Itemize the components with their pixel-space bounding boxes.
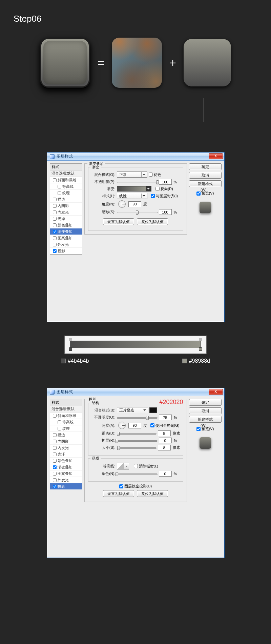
style-checkbox[interactable] [53, 440, 57, 443]
reset-default-button[interactable]: 复位为默认值 [137, 218, 168, 225]
spread-input[interactable] [159, 438, 172, 443]
set-default-button[interactable]: 设置为默认值 [103, 490, 134, 497]
angle-dial[interactable] [118, 422, 126, 429]
contour-swatch[interactable] [117, 463, 124, 469]
preview-checkbox[interactable]: 预览(V) [189, 426, 222, 431]
style-item[interactable]: 投影 [50, 248, 82, 254]
style-item[interactable]: 纹理 [50, 425, 82, 432]
style-checkbox[interactable] [53, 459, 57, 463]
blend-options-row[interactable]: 混合选项:默认 [50, 406, 82, 412]
style-item[interactable]: 描边 [50, 432, 82, 438]
shadow-color-swatch[interactable] [149, 407, 157, 413]
styles-header[interactable]: 样式 [50, 164, 82, 170]
style-checkbox[interactable] [53, 223, 57, 227]
style-checkbox[interactable] [58, 185, 61, 188]
style-item[interactable]: 图案叠加 [50, 235, 82, 241]
new-style-button[interactable]: 新建样式(W)... [189, 180, 222, 187]
style-checkbox[interactable] [53, 210, 57, 214]
style-checkbox[interactable] [53, 465, 57, 469]
dither-checkbox[interactable]: 仿色 [149, 172, 161, 177]
style-item[interactable]: 斜面和浮雕 [50, 177, 82, 183]
style-item[interactable]: 渐变叠加 [50, 228, 82, 235]
opacity-slider[interactable] [117, 180, 158, 184]
style-checkbox[interactable] [58, 420, 61, 424]
cancel-button[interactable]: 取消 [189, 407, 222, 414]
blend-options-row[interactable]: 混合选项:默认 [50, 170, 82, 177]
blendmode-select[interactable]: 正常 [117, 172, 147, 178]
noise-input[interactable] [159, 471, 172, 477]
scale-input[interactable] [159, 209, 172, 215]
style-item[interactable]: 颜色叠加 [50, 222, 82, 228]
angle-dial[interactable] [118, 200, 126, 208]
style-checkbox[interactable] [53, 243, 57, 246]
style-checkbox[interactable] [53, 217, 57, 221]
style-checkbox[interactable] [53, 230, 57, 234]
opacity-input[interactable] [159, 415, 172, 420]
style-item[interactable]: 内阴影 [50, 203, 82, 209]
titlebar[interactable]: 图层样式 X [47, 388, 224, 396]
style-item[interactable]: 等高线 [50, 183, 82, 190]
style-item[interactable]: 外发光 [50, 241, 82, 248]
preview-checkbox[interactable]: 预览(V) [189, 191, 222, 196]
style-checkbox[interactable] [53, 452, 57, 456]
style-checkbox[interactable] [58, 427, 61, 430]
knockout-checkbox[interactable]: 图层挖空投影(U) [119, 484, 152, 489]
style-item[interactable]: 描边 [50, 196, 82, 203]
style-item[interactable]: 图案叠加 [50, 470, 82, 477]
gradient-dropdown[interactable] [146, 186, 151, 192]
style-checkbox[interactable] [53, 198, 57, 201]
style-checkbox[interactable] [53, 485, 57, 488]
size-slider[interactable] [117, 445, 157, 450]
ok-button[interactable]: 确定 [189, 399, 222, 406]
style-item[interactable]: 投影 [50, 483, 82, 490]
style-checkbox[interactable] [53, 478, 57, 482]
contour-dropdown[interactable] [124, 463, 129, 469]
style-item[interactable]: 渐变叠加 [50, 464, 82, 470]
style-item[interactable]: 内发光 [50, 445, 82, 451]
cancel-button[interactable]: 取消 [189, 172, 222, 179]
antialias-checkbox[interactable]: 消除锯齿(L) [134, 464, 158, 469]
style-item[interactable]: 内阴影 [50, 438, 82, 445]
style-item[interactable]: 纹理 [50, 190, 82, 196]
color-stop-left[interactable] [69, 347, 72, 351]
style-checkbox[interactable] [53, 236, 57, 240]
style-item[interactable]: 内发光 [50, 209, 82, 216]
style-checkbox[interactable] [53, 446, 57, 450]
ok-button[interactable]: 确定 [189, 163, 222, 170]
opacity-stop-right[interactable] [199, 338, 202, 341]
style-checkbox[interactable] [53, 249, 57, 253]
style-checkbox[interactable] [53, 178, 57, 182]
style-item[interactable]: 光泽 [50, 216, 82, 222]
style-checkbox[interactable] [53, 433, 57, 437]
gradient-style-select[interactable]: 线性 [117, 193, 147, 199]
new-style-button[interactable]: 新建样式(W)... [189, 416, 222, 423]
style-item[interactable]: 外发光 [50, 477, 82, 483]
style-checkbox[interactable] [53, 204, 57, 208]
style-checkbox[interactable] [58, 191, 61, 195]
angle-input[interactable] [128, 423, 141, 428]
distance-input[interactable] [158, 430, 171, 436]
close-button[interactable]: X [209, 153, 223, 159]
style-item[interactable]: 等高线 [50, 419, 82, 425]
opacity-slider[interactable] [117, 415, 158, 420]
gradient-swatch[interactable] [117, 186, 146, 192]
style-item[interactable]: 光泽 [50, 451, 82, 458]
reverse-checkbox[interactable]: 反向(R) [155, 186, 173, 192]
reset-default-button[interactable]: 复位为默认值 [137, 490, 168, 497]
scale-slider[interactable] [117, 210, 158, 215]
style-item[interactable]: 颜色叠加 [50, 458, 82, 464]
global-light-checkbox[interactable]: 使用全局光(G) [150, 423, 180, 428]
close-button[interactable]: X [209, 389, 223, 395]
noise-slider[interactable] [117, 471, 158, 476]
angle-input[interactable] [128, 201, 141, 207]
style-checkbox[interactable] [53, 414, 57, 418]
set-default-button[interactable]: 设置为默认值 [103, 218, 134, 225]
blendmode-select[interactable]: 正片叠底 [117, 407, 148, 413]
gradient-bar[interactable] [70, 341, 201, 348]
style-checkbox[interactable] [53, 472, 57, 476]
size-input[interactable] [158, 445, 171, 450]
opacity-stop-left[interactable] [69, 338, 72, 341]
titlebar[interactable]: 图层样式 X [47, 153, 224, 161]
opacity-input[interactable] [159, 179, 172, 185]
spread-slider[interactable] [117, 438, 158, 443]
